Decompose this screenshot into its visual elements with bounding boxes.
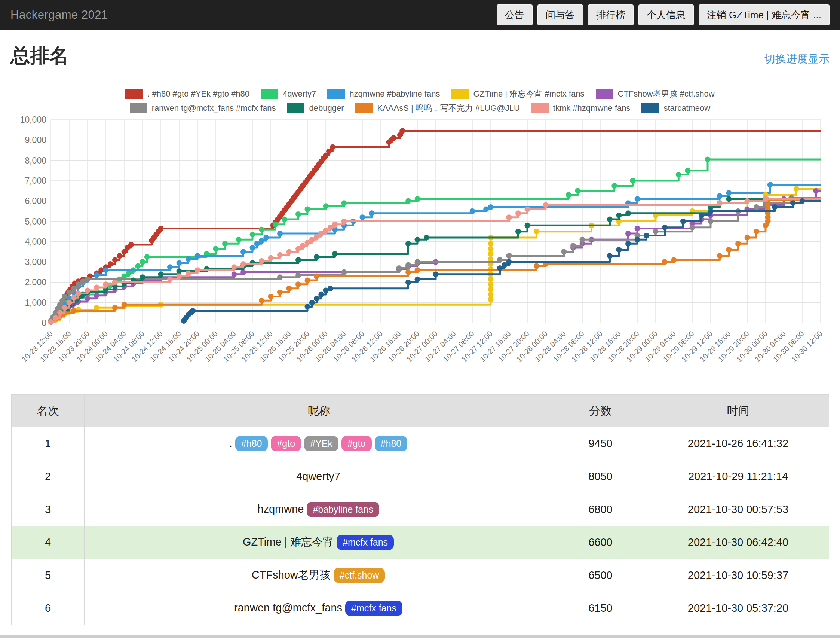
legend-label: CTFshow老男孩 #ctf.show (618, 88, 715, 100)
series-point (497, 257, 503, 263)
nav-button-5[interactable]: 注销 GZTime | 难忘今宵 ... (699, 5, 829, 25)
series-point (607, 253, 613, 258)
series-point (305, 240, 310, 245)
nickname-text: hzqmwne (257, 503, 304, 515)
table-header-row: 名次昵称分数时间 (12, 395, 829, 427)
y-axis-tick: 5,000 (25, 217, 46, 226)
series-point (415, 237, 420, 242)
navbar: Hackergame 2021 公告问与答排行榜个人信息注销 GZTime | … (0, 0, 840, 30)
series-point (607, 217, 613, 222)
series-point (328, 225, 333, 230)
series-point (240, 249, 246, 255)
legend-label: debugger (309, 103, 344, 113)
series-point (268, 255, 274, 261)
y-axis-tick: 4,000 (25, 237, 46, 247)
legend-item-8[interactable]: KAAAsS | 呜呜，写不完力 #LUG@JLU (355, 103, 519, 114)
series-point (195, 253, 201, 258)
series-point (488, 277, 494, 282)
series-point (635, 226, 640, 231)
time-cell: 2021-10-30 10:59:37 (647, 559, 829, 592)
series-point (488, 297, 494, 302)
series-point (314, 234, 319, 239)
legend-item-10[interactable]: starcatmeow (641, 103, 710, 114)
rank-cell: 5 (12, 559, 85, 592)
legend-swatch (130, 103, 147, 113)
nickname-text: CTFshow老男孩 (252, 569, 331, 581)
series-point (726, 247, 732, 253)
series-point (765, 203, 771, 208)
series-point (259, 227, 264, 233)
legend-item-7[interactable]: debugger (287, 103, 344, 114)
nickname-cell: ranwen tg@mcfx_fans#mcfx fans (85, 592, 554, 625)
series-point (625, 210, 631, 216)
series-point (48, 319, 54, 325)
legend-swatch (596, 89, 613, 99)
series-point (122, 281, 127, 286)
legend-item-1[interactable]: . #h80 #gto #YEk #gto #h80 (125, 88, 249, 100)
series-point (507, 253, 512, 258)
legend-item-4[interactable]: GZTime | 难忘今宵 #mcfx fans (452, 88, 584, 100)
legend-item-2[interactable]: 4qwerty7 (261, 88, 316, 100)
time-cell: 2021-10-29 11:21:14 (647, 460, 829, 493)
legend-item-5[interactable]: CTFshow老男孩 #ctf.show (596, 88, 715, 100)
rank-cell: 2 (12, 460, 85, 493)
series-point (295, 257, 301, 263)
series-point (103, 282, 109, 287)
series-point (232, 271, 237, 277)
nickname-cell: GZTime | 难忘今宵#mcfx fans (85, 526, 554, 559)
legend-label: ranwen tg@mcfx_fans #mcfx fans (152, 103, 276, 113)
series-point (717, 253, 723, 258)
series-point (140, 259, 145, 265)
series-point (813, 188, 819, 194)
series-point (708, 218, 714, 224)
series-point (406, 269, 411, 275)
series-point (360, 214, 365, 220)
series-point (415, 277, 420, 282)
series-point (236, 237, 242, 242)
legend-item-3[interactable]: hzqmwne #babyline fans (327, 88, 440, 100)
series-point (625, 241, 631, 247)
nav-button-3[interactable]: 排行榜 (588, 5, 633, 25)
series-point (763, 196, 769, 202)
series-point (318, 291, 324, 297)
series-point (369, 210, 374, 216)
horizontal-scrollbar[interactable] (0, 635, 840, 638)
legend-swatch (641, 103, 659, 113)
series-point (295, 246, 301, 252)
series-point (800, 198, 805, 204)
series-point (507, 259, 512, 265)
toggle-progress-link[interactable]: 切换进度显示 (764, 52, 829, 69)
nav-button-2[interactable]: 问与答 (537, 5, 583, 25)
series-point (753, 204, 759, 210)
series-point (488, 256, 494, 261)
series-point (662, 225, 668, 230)
legend-item-9[interactable]: tkmk #hzqmwne fans (531, 103, 630, 114)
series-point (726, 196, 732, 202)
series-point (314, 254, 319, 260)
score-chart: 01,0002,0003,0004,0005,0006,0007,0008,00… (0, 115, 840, 392)
series-point (328, 285, 333, 291)
series-point (415, 196, 420, 202)
score-cell: 9450 (554, 427, 647, 460)
series-point (635, 196, 640, 202)
table-row-rank-5: 5CTFshow老男孩#ctf.show65002021-10-30 10:59… (12, 559, 829, 592)
series-point (250, 232, 256, 237)
legend-swatch (125, 89, 143, 99)
page-head: 总排名 切换进度显示 (11, 43, 829, 69)
score-cell: 6500 (554, 559, 647, 592)
series-point (332, 251, 338, 257)
table-header-3: 分数 (554, 395, 647, 427)
nav-button-4[interactable]: 个人信息 (638, 5, 694, 25)
legend-label: KAAAsS | 呜呜，写不完力 #LUG@JLU (377, 103, 519, 114)
legend-item-6[interactable]: ranwen tg@mcfx_fans #mcfx fans (130, 103, 276, 114)
series-point (525, 223, 531, 228)
series-point (76, 282, 81, 287)
series-point (534, 229, 539, 234)
nav-button-1[interactable]: 公告 (497, 5, 532, 25)
series-point (286, 249, 292, 255)
tag-badge: #h80 (235, 436, 268, 451)
legend-label: tkmk #hzqmwne fans (553, 103, 630, 113)
time-cell: 2021-10-30 05:37:20 (647, 592, 829, 625)
y-axis-tick: 2,000 (25, 277, 46, 287)
series-point (259, 258, 264, 264)
